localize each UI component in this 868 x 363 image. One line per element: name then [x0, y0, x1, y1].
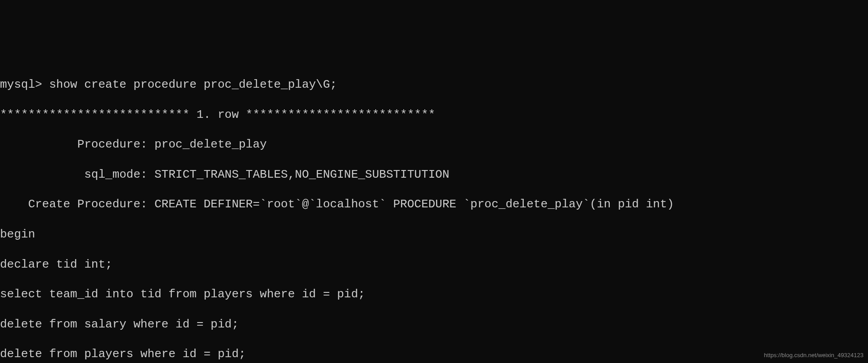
mysql-terminal-output: mysql> show create procedure proc_delete… — [0, 60, 868, 363]
procedure-body-begin: begin — [0, 227, 868, 242]
procedure-body-select: select team_id into tid from players whe… — [0, 287, 868, 302]
prompt-line: mysql> show create procedure proc_delete… — [0, 77, 868, 92]
watermark-text: https://blog.csdn.net/weixin_49324123 — [764, 352, 864, 359]
procedure-body-declare: declare tid int; — [0, 257, 868, 272]
sql-mode-field: sql_mode: STRICT_TRANS_TABLES,NO_ENGINE_… — [0, 167, 868, 182]
procedure-field: Procedure: proc_delete_play — [0, 137, 868, 152]
procedure-body-delete-salary: delete from salary where id = pid; — [0, 317, 868, 332]
row-separator: *************************** 1. row *****… — [0, 108, 868, 122]
create-procedure-field: Create Procedure: CREATE DEFINER=`root`@… — [0, 197, 868, 212]
procedure-body-delete-players: delete from players where id = pid; — [0, 347, 868, 362]
